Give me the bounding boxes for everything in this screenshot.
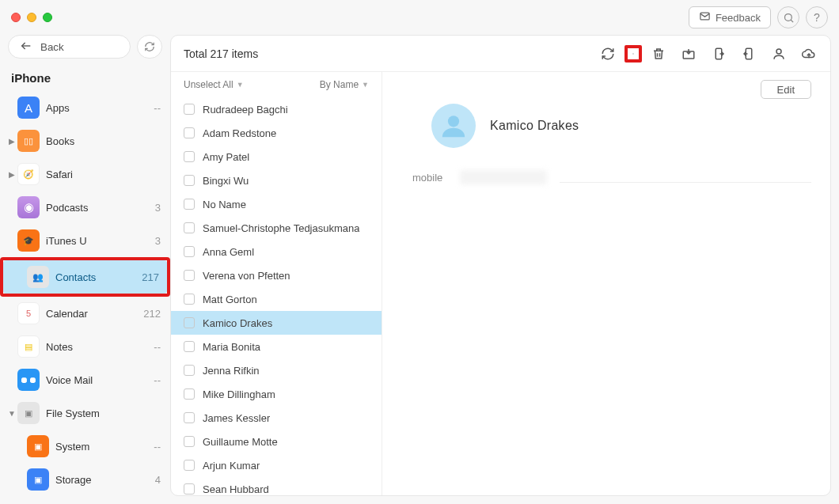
contacts-list[interactable]: Rudradeep BagchiAdam RedstoneAmy PatelBi… bbox=[171, 97, 382, 495]
sidebar-item-calendar[interactable]: 5Calendar212 bbox=[5, 297, 165, 330]
sidebar-item-count: 212 bbox=[143, 308, 161, 320]
caret-down-icon: ▼ bbox=[237, 81, 244, 89]
sidebar-item-label: Podcasts bbox=[46, 202, 155, 214]
caret-down-icon: ▼ bbox=[362, 81, 369, 89]
help-button[interactable]: ? bbox=[806, 6, 828, 28]
sidebar-item-label: Notes bbox=[46, 341, 154, 353]
sidebar-item-count: -- bbox=[154, 374, 161, 386]
notes-icon: ▤ bbox=[17, 335, 40, 358]
refresh-button[interactable] bbox=[599, 45, 617, 63]
sidebar-item-label: Books bbox=[46, 135, 161, 147]
edit-button[interactable]: Edit bbox=[761, 80, 811, 99]
unselect-all-label: Unselect All bbox=[184, 79, 233, 90]
sidebar-item-books[interactable]: ▶▯▯Books bbox=[5, 124, 165, 157]
list-item-label: Mike Dillingham bbox=[203, 388, 275, 400]
cloud-button[interactable] bbox=[800, 45, 818, 63]
unselect-all-button[interactable]: Unselect All ▼ bbox=[184, 79, 244, 90]
sidebar-item-count: 3 bbox=[155, 235, 161, 247]
checkbox[interactable] bbox=[184, 317, 195, 328]
checkbox[interactable] bbox=[184, 175, 195, 186]
sort-label: By Name bbox=[320, 79, 359, 90]
minimize-window-icon[interactable] bbox=[27, 13, 36, 22]
sidebar-item-contacts[interactable]: 👥Contacts217 bbox=[3, 260, 167, 294]
list-item-label: Amy Patel bbox=[203, 151, 249, 163]
list-item[interactable]: Samuel-Christophe Tedjasukmana bbox=[171, 216, 382, 240]
list-item-label: Matt Gorton bbox=[203, 294, 257, 305]
checkbox[interactable] bbox=[184, 388, 195, 400]
to-device-button[interactable] bbox=[680, 45, 697, 63]
contact-header: Kamico Drakes bbox=[401, 104, 811, 148]
svg-point-1 bbox=[784, 13, 792, 21]
checkbox[interactable] bbox=[184, 151, 195, 162]
close-window-icon[interactable] bbox=[11, 13, 21, 22]
delete-button[interactable] bbox=[650, 45, 667, 63]
sidebar-item-itunes-u[interactable]: 🎓iTunes U3 bbox=[5, 224, 165, 257]
list-item[interactable]: Kamico Drakes bbox=[171, 311, 382, 335]
list-item[interactable]: Arjun Kumar bbox=[171, 453, 382, 477]
list-item[interactable]: Sean Hubbard bbox=[171, 477, 382, 495]
merge-button[interactable] bbox=[770, 45, 788, 63]
sidebar-refresh-button[interactable] bbox=[137, 35, 162, 59]
checkbox[interactable] bbox=[184, 412, 195, 423]
list-item[interactable]: Anna Geml bbox=[171, 240, 382, 263]
checkbox[interactable] bbox=[184, 222, 195, 233]
list-item[interactable]: Mike Dillingham bbox=[171, 382, 382, 406]
sidebar-item-voice-mail[interactable]: ⏺⏺Voice Mail-- bbox=[5, 363, 165, 396]
zoom-window-icon[interactable] bbox=[43, 13, 52, 22]
export-button[interactable] bbox=[710, 45, 727, 63]
checkbox[interactable] bbox=[184, 270, 195, 281]
merge-icon bbox=[772, 47, 786, 61]
checkbox[interactable] bbox=[184, 341, 195, 352]
feedback-button[interactable]: Feedback bbox=[689, 6, 771, 28]
list-item-label: Samuel-Christophe Tedjasukmana bbox=[203, 222, 359, 234]
back-button[interactable]: Back bbox=[8, 35, 131, 59]
sidebar-item-notes[interactable]: ▤Notes-- bbox=[5, 330, 165, 363]
checkbox[interactable] bbox=[184, 246, 195, 257]
sidebar-item-label: Contacts bbox=[55, 271, 142, 283]
back-label: Back bbox=[40, 41, 64, 53]
sidebar-item-count: -- bbox=[154, 102, 161, 114]
list-item[interactable]: Matt Gorton bbox=[171, 287, 382, 311]
checkbox[interactable] bbox=[184, 294, 195, 305]
list-item[interactable]: Maria Bonita bbox=[171, 335, 382, 358]
calendar-icon: 5 bbox=[17, 302, 40, 324]
sidebar-item-podcasts[interactable]: ◉Podcasts3 bbox=[5, 191, 165, 224]
sidebar-item-file-system[interactable]: ▼▣File System bbox=[5, 396, 165, 430]
sidebar-item-system[interactable]: ▣System-- bbox=[5, 430, 165, 463]
checkbox[interactable] bbox=[184, 199, 195, 210]
checkbox[interactable] bbox=[184, 127, 195, 138]
highlight-box: 👥Contacts217 bbox=[0, 257, 170, 297]
search-button[interactable] bbox=[777, 6, 799, 28]
feedback-label: Feedback bbox=[716, 12, 761, 24]
checkbox[interactable] bbox=[184, 104, 195, 115]
sidebar-item-count: 3 bbox=[155, 202, 161, 214]
contacts-list-column: Unselect All ▼ By Name ▼ Rudradeep Bagch… bbox=[171, 72, 382, 495]
checkbox[interactable] bbox=[184, 365, 195, 376]
sidebar-item-safari[interactable]: ▶🧭Safari bbox=[5, 157, 165, 191]
sidebar-item-label: File System bbox=[46, 407, 161, 419]
sidebar-item-storage[interactable]: ▣Storage4 bbox=[5, 463, 165, 496]
list-item[interactable]: Rudradeep Bagchi bbox=[171, 97, 382, 121]
list-item[interactable]: James Kessler bbox=[171, 406, 382, 430]
list-item-label: Bingxi Wu bbox=[203, 175, 249, 187]
list-item[interactable]: Bingxi Wu bbox=[171, 169, 382, 192]
sort-button[interactable]: By Name ▼ bbox=[320, 79, 369, 90]
import-button[interactable] bbox=[740, 45, 757, 63]
list-item[interactable]: Amy Patel bbox=[171, 145, 382, 169]
list-item[interactable]: No Name bbox=[171, 192, 382, 216]
list-header: Unselect All ▼ By Name ▼ bbox=[171, 72, 382, 97]
svg-line-2 bbox=[791, 20, 793, 22]
list-item[interactable]: Guillaume Motte bbox=[171, 430, 382, 453]
checkbox[interactable] bbox=[184, 483, 195, 495]
add-button[interactable] bbox=[625, 45, 642, 63]
list-item-label: Kamico Drakes bbox=[203, 317, 272, 329]
contact-name: Kamico Drakes bbox=[490, 119, 579, 133]
checkbox[interactable] bbox=[184, 436, 195, 447]
checkbox[interactable] bbox=[184, 460, 195, 471]
sidebar-item-apps[interactable]: AApps-- bbox=[5, 91, 165, 124]
toolbar: Total 217 items bbox=[171, 36, 830, 72]
svg-point-11 bbox=[448, 116, 459, 127]
list-item[interactable]: Adam Redstone bbox=[171, 121, 382, 145]
list-item[interactable]: Jenna Rifkin bbox=[171, 358, 382, 382]
list-item[interactable]: Verena von Pfetten bbox=[171, 263, 382, 287]
